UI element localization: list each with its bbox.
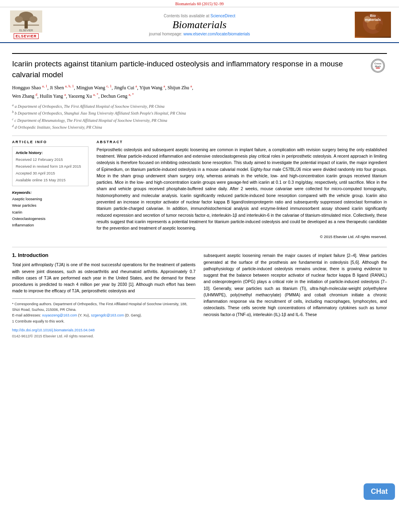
elsevier-art: ELSEVIER bbox=[10, 10, 42, 33]
article-info-abstract-section: ARTICLE INFO Article history: Received 1… bbox=[12, 136, 387, 239]
intro-left-text: Total joint arthroplasty (TJA) is one of… bbox=[12, 261, 195, 294]
intro-left-col: 1. Introduction Total joint arthroplasty… bbox=[12, 252, 195, 339]
footnotes: * Corresponding authors. Department of O… bbox=[12, 298, 195, 325]
affil-d: d d Orthopedic Institute, Soochow Univer… bbox=[12, 125, 102, 129]
svg-text:Mark: Mark bbox=[375, 65, 381, 68]
svg-text:ELSEVIER: ELSEVIER bbox=[19, 29, 33, 32]
affil-c: c c Department of Rheumatology, The Firs… bbox=[12, 118, 167, 123]
keywords-section: Keywords: Aseptic loosening Wear particl… bbox=[12, 190, 88, 228]
keyword-list: Aseptic loosening Wear particles Icariin… bbox=[12, 196, 88, 228]
homepage-url[interactable]: www.elsevier.com/locate/biomaterials bbox=[183, 32, 250, 36]
right-column: ABSTRACT Periprosthetic osteolysis and s… bbox=[97, 140, 387, 239]
intro-right-text: subsequent aseptic loosening remain the … bbox=[204, 252, 387, 318]
abstract-header: ABSTRACT bbox=[97, 140, 387, 144]
article-title: Icariin protects against titanium partic… bbox=[12, 59, 367, 80]
affil-a: a a Department of Orthopedics, The First… bbox=[12, 104, 165, 109]
corresponding-note: * Corresponding authors. Department of O… bbox=[12, 301, 195, 313]
main-content: Icariin protects against titanium partic… bbox=[0, 43, 399, 347]
crossmark-area: Cross Mark bbox=[371, 59, 387, 73]
copyright-text: © 2015 Elsevier Ltd. All rights reserved… bbox=[97, 234, 387, 239]
svg-point-4 bbox=[29, 16, 37, 23]
svg-point-11 bbox=[375, 23, 383, 31]
svg-point-3 bbox=[15, 16, 23, 23]
introduction-two-col: 1. Introduction Total joint arthroplasty… bbox=[12, 252, 387, 339]
email1-link[interactable]: xuyaozeng@163.com bbox=[42, 313, 77, 317]
article-history-box: Article history: Received 12 February 20… bbox=[12, 146, 88, 186]
equal-contrib-note: 1 Contribute equally to this work. bbox=[12, 318, 195, 324]
article-history: Article history: Received 12 February 20… bbox=[16, 149, 85, 183]
svg-text:materials: materials bbox=[365, 18, 381, 22]
article-title-section: Icariin protects against titanium partic… bbox=[12, 53, 387, 80]
keywords-label: Keywords: bbox=[12, 190, 88, 195]
doi-link-line: http://dx.doi.org/10.1016/j.biomaterials… bbox=[12, 327, 195, 333]
chat-button[interactable]: CHat bbox=[364, 483, 395, 500]
biom-logo-text: Bio materials bbox=[355, 12, 391, 38]
journal-info-center: Contents lists available at ScienceDirec… bbox=[44, 14, 355, 36]
biomaterials-thumbnail: Bio materials bbox=[355, 12, 391, 38]
affil-b: b b Department of Orthopedics, Shanghai … bbox=[12, 111, 186, 115]
intro-section-title: 1. Introduction bbox=[12, 252, 195, 258]
svg-rect-5 bbox=[13, 25, 39, 26]
email2-link[interactable]: szgengdc@163.com bbox=[91, 313, 124, 317]
doi-link[interactable]: http://dx.doi.org/10.1016/j.biomaterials… bbox=[12, 328, 95, 332]
email-note: E-mail addresses: xuyaozeng@163.com (Y. … bbox=[12, 312, 195, 318]
svg-text:Bio: Bio bbox=[370, 14, 376, 18]
intro-right-col: subsequent aseptic loosening remain the … bbox=[204, 252, 387, 339]
author-wen: Wen Zhang d, Huilin Yang a, Yaozeng Xu a… bbox=[12, 93, 134, 99]
footer-links: http://dx.doi.org/10.1016/j.biomaterials… bbox=[12, 327, 195, 339]
svg-text:Cross: Cross bbox=[374, 62, 382, 65]
journal-homepage: journal homepage: www.elsevier.com/locat… bbox=[44, 32, 355, 36]
introduction-section: 1. Introduction Total joint arthroplasty… bbox=[12, 247, 387, 339]
issn-text: 0142-9612/© 2015 Elsevier Ltd. All right… bbox=[12, 333, 195, 339]
citation-bar: Biomaterials 60 (2015) 92–99 bbox=[0, 0, 399, 7]
sciencedirect-line: Contents lists available at ScienceDirec… bbox=[44, 14, 355, 18]
citation-text: Biomaterials 60 (2015) 92–99 bbox=[175, 2, 224, 6]
journal-title: Biomaterials bbox=[44, 19, 355, 31]
affiliations: a a Department of Orthopedics, The First… bbox=[12, 103, 387, 131]
abstract-text: Periprosthetic osteolysis and subsequent… bbox=[97, 146, 387, 231]
article-info-header: ARTICLE INFO bbox=[12, 140, 88, 144]
elsevier-label: ELSEVIER bbox=[14, 33, 39, 39]
journal-header: ELSEVIER ELSEVIER Contents lists availab… bbox=[0, 7, 399, 43]
elsevier-logo: ELSEVIER ELSEVIER bbox=[8, 10, 44, 39]
elsevier-logo-area: ELSEVIER ELSEVIER bbox=[8, 10, 44, 39]
sciencedirect-link[interactable]: ScienceDirect bbox=[210, 14, 235, 18]
authors-line: Hongguo Shao a, 1, Ji Shen a, b, 1, Ming… bbox=[12, 83, 387, 100]
author-hongguo: Hongguo Shao a, 1, Ji Shen a, b, 1, Ming… bbox=[12, 85, 193, 90]
left-column: ARTICLE INFO Article history: Received 1… bbox=[12, 140, 88, 239]
crossmark-icon: Cross Mark bbox=[371, 59, 385, 73]
